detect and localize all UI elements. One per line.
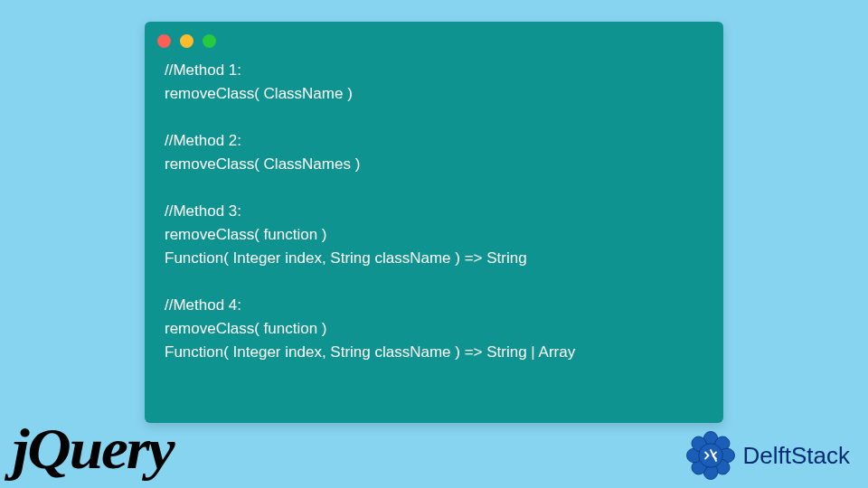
jquery-logo: jQuery (13, 416, 174, 483)
code-window: //Method 1: removeClass( ClassName ) //M… (145, 22, 723, 423)
svg-point-0 (698, 444, 722, 467)
delftstack-icon (684, 428, 738, 483)
close-icon (157, 34, 171, 48)
minimize-icon (180, 34, 193, 48)
maximize-icon (203, 34, 216, 48)
code-block: //Method 1: removeClass( ClassName ) //M… (145, 53, 723, 380)
delftstack-logo: DelftStack (684, 428, 851, 483)
delftstack-text: DelftStack (743, 442, 851, 470)
window-titlebar (145, 22, 723, 53)
